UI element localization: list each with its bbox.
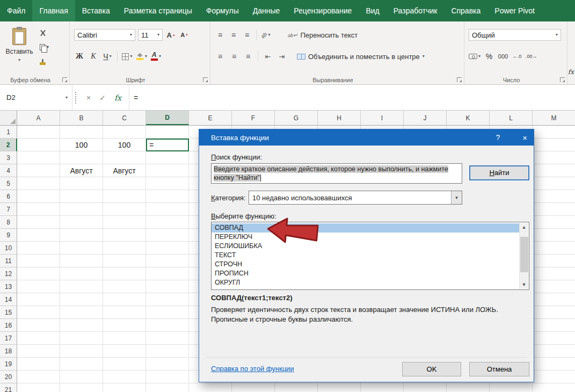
tab-Вставка[interactable]: Вставка bbox=[75, 0, 117, 21]
cell-C7[interactable] bbox=[103, 203, 146, 216]
confirm-entry-button[interactable]: ✓ bbox=[99, 93, 106, 102]
cell-C12[interactable] bbox=[103, 267, 146, 280]
scroll-down-icon[interactable]: ▼ bbox=[520, 280, 528, 289]
cell-M16[interactable] bbox=[533, 319, 575, 332]
cell-M7[interactable] bbox=[533, 203, 575, 216]
function-item-ПРОПИСН[interactable]: ПРОПИСН bbox=[212, 269, 519, 278]
cut-button[interactable] bbox=[40, 28, 49, 38]
find-button[interactable]: Найти bbox=[469, 165, 529, 180]
cell-B19[interactable] bbox=[60, 358, 103, 371]
cell-M12[interactable] bbox=[533, 267, 575, 280]
cell-M15[interactable] bbox=[533, 306, 575, 319]
tab-Файл[interactable]: Файл bbox=[0, 0, 32, 21]
cell-L21[interactable] bbox=[490, 383, 533, 392]
column-header-J[interactable]: J bbox=[404, 111, 447, 125]
column-header-E[interactable]: E bbox=[189, 111, 232, 125]
cell-B2[interactable]: 100 bbox=[60, 139, 103, 151]
cell-D5[interactable] bbox=[146, 177, 189, 190]
alignment-dialog-launcher-icon[interactable] bbox=[457, 77, 462, 82]
row-header-11[interactable]: 11 bbox=[0, 255, 17, 267]
align-center-button[interactable]: ≡ bbox=[229, 50, 239, 62]
cell-A9[interactable] bbox=[17, 229, 60, 242]
cell-D16[interactable] bbox=[146, 319, 189, 332]
cell-D4[interactable] bbox=[146, 164, 189, 177]
cell-C6[interactable] bbox=[103, 190, 146, 203]
cell-C1[interactable] bbox=[103, 126, 146, 139]
cell-C21[interactable] bbox=[103, 383, 146, 392]
cell-M2[interactable] bbox=[533, 139, 575, 151]
column-header-H[interactable]: H bbox=[318, 111, 361, 125]
cell-D13[interactable] bbox=[146, 280, 189, 293]
cell-D20[interactable] bbox=[146, 371, 189, 383]
cancel-button[interactable]: Отмена bbox=[469, 362, 529, 376]
formula-input[interactable]: = bbox=[129, 85, 575, 110]
cell-A21[interactable] bbox=[17, 383, 60, 392]
row-header-13[interactable]: 13 bbox=[0, 280, 17, 293]
cell-C9[interactable] bbox=[103, 229, 146, 242]
insert-function-icon[interactable]: fx bbox=[568, 68, 574, 76]
cell-M10[interactable] bbox=[533, 242, 575, 255]
row-header-17[interactable]: 17 bbox=[0, 332, 17, 345]
cell-A10[interactable] bbox=[17, 242, 60, 255]
cell-D9[interactable] bbox=[146, 229, 189, 242]
tab-Power Pivot[interactable]: Power Pivot bbox=[487, 0, 542, 21]
cell-M18[interactable] bbox=[533, 345, 575, 358]
cell-C14[interactable] bbox=[103, 293, 146, 306]
cell-D8[interactable] bbox=[146, 216, 189, 229]
cell-A2[interactable] bbox=[17, 139, 60, 151]
cell-G21[interactable] bbox=[275, 383, 318, 392]
wrap-text-button[interactable]: ab↵ Переносить текст bbox=[288, 31, 358, 39]
format-painter-button[interactable] bbox=[40, 57, 49, 67]
cell-M1[interactable] bbox=[533, 126, 575, 139]
cell-D7[interactable] bbox=[146, 203, 189, 216]
cell-D17[interactable] bbox=[146, 332, 189, 345]
cell-C17[interactable] bbox=[103, 332, 146, 345]
cell-M20[interactable] bbox=[533, 371, 575, 383]
row-header-6[interactable]: 6 bbox=[0, 190, 17, 203]
fill-color-button[interactable]: ▾ bbox=[136, 50, 147, 62]
name-box[interactable]: D2 ▾ bbox=[0, 85, 72, 110]
cell-B13[interactable] bbox=[60, 280, 103, 293]
cell-A7[interactable] bbox=[17, 203, 60, 216]
accounting-format-button[interactable]: ▾ bbox=[469, 50, 481, 62]
cell-C10[interactable] bbox=[103, 242, 146, 255]
cell-D3[interactable] bbox=[146, 151, 189, 164]
cell-B15[interactable] bbox=[60, 306, 103, 319]
tab-Справка[interactable]: Справка bbox=[444, 0, 487, 21]
cell-B6[interactable] bbox=[60, 190, 103, 203]
row-header-7[interactable]: 7 bbox=[0, 203, 17, 216]
cell-D11[interactable] bbox=[146, 255, 189, 267]
row-header-1[interactable]: 1 bbox=[0, 126, 17, 139]
cell-M14[interactable] bbox=[533, 293, 575, 306]
cell-A4[interactable] bbox=[17, 164, 60, 177]
decrease-indent-button[interactable]: ⇤ bbox=[263, 50, 273, 62]
cell-A18[interactable] bbox=[17, 345, 60, 358]
row-header-12[interactable]: 12 bbox=[0, 267, 17, 280]
function-item-СОВПАД[interactable]: СОВПАД bbox=[212, 223, 519, 233]
cell-K21[interactable] bbox=[447, 383, 490, 392]
row-header-20[interactable]: 20 bbox=[0, 371, 17, 383]
cell-D15[interactable] bbox=[146, 306, 189, 319]
cell-A14[interactable] bbox=[17, 293, 60, 306]
cell-H21[interactable] bbox=[318, 383, 361, 392]
cell-A13[interactable] bbox=[17, 280, 60, 293]
tab-Разработчик[interactable]: Разработчик bbox=[387, 0, 445, 21]
orientation-button[interactable]: ab▾ bbox=[260, 29, 271, 41]
cell-F21[interactable] bbox=[232, 383, 275, 392]
cell-B16[interactable] bbox=[60, 319, 103, 332]
tab-Данные[interactable]: Данные bbox=[246, 0, 287, 21]
function-item-ЕСЛИОШИБКА[interactable]: ЕСЛИОШИБКА bbox=[212, 242, 519, 251]
cell-D19[interactable] bbox=[146, 358, 189, 371]
dialog-title-bar[interactable]: Вставка функции ? × bbox=[199, 129, 534, 146]
help-icon[interactable]: ? bbox=[496, 133, 500, 142]
scrollbar-thumb[interactable] bbox=[520, 237, 528, 272]
cell-C11[interactable] bbox=[103, 255, 146, 267]
cell-B12[interactable] bbox=[60, 267, 103, 280]
increase-indent-button[interactable]: ⇥ bbox=[276, 50, 287, 62]
cell-C18[interactable] bbox=[103, 345, 146, 358]
cell-C15[interactable] bbox=[103, 306, 146, 319]
cell-A11[interactable] bbox=[17, 255, 60, 267]
cell-J21[interactable] bbox=[404, 383, 447, 392]
cell-D12[interactable] bbox=[146, 267, 189, 280]
cell-D1[interactable] bbox=[146, 126, 189, 139]
